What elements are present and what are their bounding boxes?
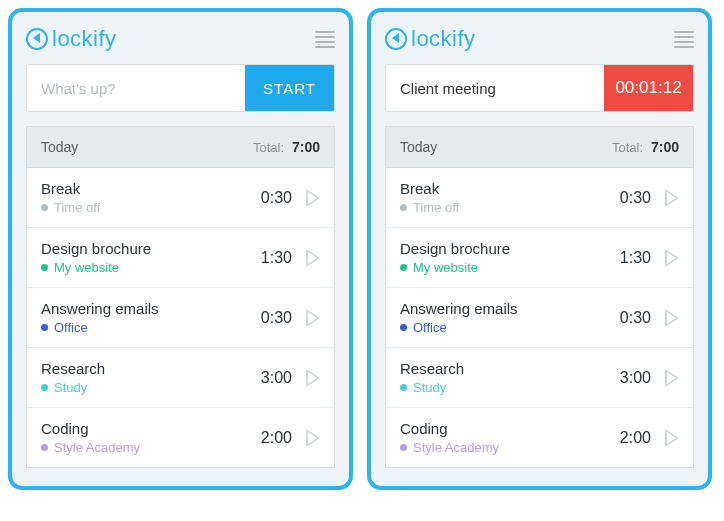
time-entry[interactable]: Answering emailsOffice0:30 <box>386 287 693 347</box>
entry-title: Answering emails <box>400 300 518 317</box>
entry-title: Answering emails <box>41 300 159 317</box>
entry-duration: 2:00 <box>261 429 292 447</box>
project-dot-icon <box>400 264 407 271</box>
entry-duration: 0:30 <box>620 189 651 207</box>
play-icon[interactable] <box>665 249 679 267</box>
entry-duration: 3:00 <box>620 369 651 387</box>
project-name: Style Academy <box>54 440 140 455</box>
entry-duration: 2:00 <box>620 429 651 447</box>
entry-duration: 3:00 <box>261 369 292 387</box>
project-dot-icon <box>400 204 407 211</box>
time-entry[interactable]: BreakTime off0:30 <box>27 168 334 227</box>
entries-list-b: BreakTime off0:30Design brochureMy websi… <box>385 168 694 468</box>
entry-project: Time off <box>400 200 459 215</box>
entry-title: Break <box>400 180 459 197</box>
entry-title: Design brochure <box>400 240 510 257</box>
play-icon[interactable] <box>665 369 679 387</box>
entry-project: Time off <box>41 200 100 215</box>
time-entry[interactable]: ResearchStudy3:00 <box>27 347 334 407</box>
entry-title: Break <box>41 180 100 197</box>
total-label: Total: <box>253 140 284 155</box>
project-dot-icon <box>400 444 407 451</box>
app-logo: lockify <box>26 26 117 52</box>
project-name: Study <box>413 380 446 395</box>
time-entry[interactable]: BreakTime off0:30 <box>386 168 693 227</box>
project-name: Study <box>54 380 87 395</box>
entry-project: My website <box>400 260 510 275</box>
play-icon[interactable] <box>306 369 320 387</box>
brand-name: lockify <box>411 26 476 52</box>
total-label: Total: <box>612 140 643 155</box>
time-entry[interactable]: ResearchStudy3:00 <box>386 347 693 407</box>
app-logo: lockify <box>385 26 476 52</box>
entry-project: Study <box>400 380 464 395</box>
play-icon[interactable] <box>306 249 320 267</box>
entry-duration: 0:30 <box>261 189 292 207</box>
time-entry[interactable]: Design brochureMy website1:30 <box>27 227 334 287</box>
play-icon[interactable] <box>665 429 679 447</box>
time-entry[interactable]: CodingStyle Academy2:00 <box>27 407 334 467</box>
project-name: My website <box>54 260 119 275</box>
stop-button[interactable]: 00:01:12 <box>604 65 693 111</box>
entry-title: Design brochure <box>41 240 151 257</box>
entry-duration: 1:30 <box>620 249 651 267</box>
entry-duration: 1:30 <box>261 249 292 267</box>
entry-project: My website <box>41 260 151 275</box>
entry-project: Study <box>41 380 105 395</box>
day-summary: Today Total: 7:00 <box>26 126 335 168</box>
entry-title: Coding <box>41 420 140 437</box>
clock-icon <box>26 28 48 50</box>
entry-project: Office <box>41 320 159 335</box>
tracker-panel-running: lockify 00:01:12 Today Total: 7:00 Break… <box>367 8 712 490</box>
entry-title: Coding <box>400 420 499 437</box>
play-icon[interactable] <box>665 189 679 207</box>
project-name: Time off <box>413 200 459 215</box>
project-name: Time off <box>54 200 100 215</box>
entry-project: Style Academy <box>400 440 499 455</box>
project-dot-icon <box>41 264 48 271</box>
panel-header: lockify <box>26 26 335 52</box>
play-icon[interactable] <box>306 309 320 327</box>
project-name: Office <box>54 320 88 335</box>
entry-title: Research <box>41 360 105 377</box>
entry-project: Office <box>400 320 518 335</box>
project-dot-icon <box>41 204 48 211</box>
play-icon[interactable] <box>665 309 679 327</box>
play-icon[interactable] <box>306 429 320 447</box>
entry-duration: 0:30 <box>261 309 292 327</box>
play-icon[interactable] <box>306 189 320 207</box>
timer-input-row: START <box>26 64 335 112</box>
project-dot-icon <box>41 384 48 391</box>
start-button[interactable]: START <box>245 65 334 111</box>
project-name: Style Academy <box>413 440 499 455</box>
menu-icon[interactable] <box>315 31 335 48</box>
clock-icon <box>385 28 407 50</box>
project-dot-icon <box>41 444 48 451</box>
project-name: My website <box>413 260 478 275</box>
tracker-panel-idle: lockify START Today Total: 7:00 BreakTim… <box>8 8 353 490</box>
task-input[interactable] <box>386 65 604 111</box>
total-value: 7:00 <box>292 139 320 155</box>
project-name: Office <box>413 320 447 335</box>
entries-list-a: BreakTime off0:30Design brochureMy websi… <box>26 168 335 468</box>
entry-project: Style Academy <box>41 440 140 455</box>
time-entry[interactable]: Design brochureMy website1:30 <box>386 227 693 287</box>
day-summary: Today Total: 7:00 <box>385 126 694 168</box>
day-label: Today <box>41 139 78 155</box>
time-entry[interactable]: Answering emailsOffice0:30 <box>27 287 334 347</box>
menu-icon[interactable] <box>674 31 694 48</box>
day-label: Today <box>400 139 437 155</box>
time-entry[interactable]: CodingStyle Academy2:00 <box>386 407 693 467</box>
project-dot-icon <box>400 324 407 331</box>
total-value: 7:00 <box>651 139 679 155</box>
project-dot-icon <box>400 384 407 391</box>
brand-name: lockify <box>52 26 117 52</box>
panel-header: lockify <box>385 26 694 52</box>
entry-duration: 0:30 <box>620 309 651 327</box>
entry-title: Research <box>400 360 464 377</box>
task-input[interactable] <box>27 65 245 111</box>
timer-input-row: 00:01:12 <box>385 64 694 112</box>
project-dot-icon <box>41 324 48 331</box>
